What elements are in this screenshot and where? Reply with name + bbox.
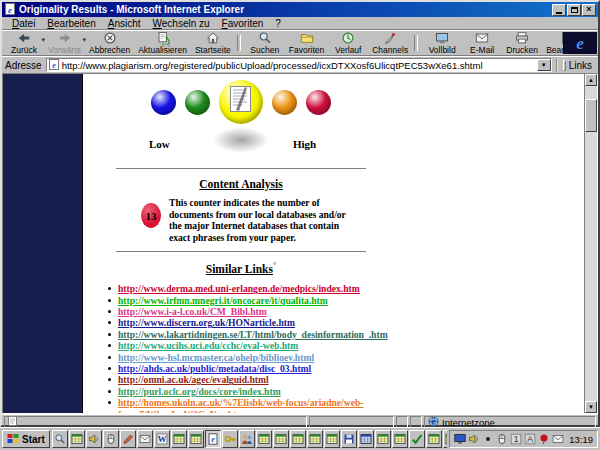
scrollbar-track[interactable]: [585, 86, 597, 401]
taskbar-buttons: W e: [52, 430, 447, 448]
content-analysis-block: 13 This counter indicates the number of …: [141, 197, 387, 243]
restore-button[interactable]: [567, 4, 581, 16]
links-band[interactable]: Links: [556, 58, 595, 72]
grid-icon: [190, 433, 202, 445]
taskbar-button[interactable]: [103, 430, 119, 448]
list-item: http://www.lakartidningen.se/LT/html/bod…: [108, 329, 387, 340]
a-icon[interactable]: A: [524, 433, 536, 445]
channels-icon: [383, 31, 397, 45]
menu-item[interactable]: Datei: [6, 18, 41, 29]
list-item: http://purl.oclc.org/docs/core/index.htm: [108, 386, 387, 397]
grid-icon: [275, 433, 287, 445]
toolbar-button[interactable]: Vorwärts: [44, 32, 85, 54]
taskbar-button[interactable]: [222, 430, 238, 448]
scroll-down-button[interactable]: ▼: [585, 401, 597, 413]
taskbar-button[interactable]: [86, 430, 102, 448]
taskbar-button[interactable]: [443, 430, 447, 448]
toolbar-button[interactable]: Favoriten: [285, 32, 328, 54]
similar-link[interactable]: http://www.irfmn.mnegri.it/oncocare/it/q…: [118, 295, 328, 306]
taskbar-button[interactable]: [137, 430, 153, 448]
similar-link[interactable]: http://www.ucihs.uci.edu/cchc/eval-web.h…: [118, 340, 298, 351]
menu-item[interactable]: Wechseln zu: [147, 18, 216, 29]
speaker-icon[interactable]: [468, 433, 480, 445]
title-bar[interactable]: e Originality Results - Microsoft Intern…: [2, 2, 598, 17]
menu-item[interactable]: Ansicht: [102, 18, 147, 29]
taskbar-button[interactable]: [69, 430, 85, 448]
monitor-icon[interactable]: [454, 433, 466, 445]
taskbar-button[interactable]: [375, 430, 391, 448]
one-icon[interactable]: 1: [510, 433, 522, 445]
taskbar-button[interactable]: [426, 430, 442, 448]
menu-item[interactable]: Favoriten: [216, 18, 270, 29]
system-tray: 1 A 13:19: [449, 430, 598, 448]
taskbar-button[interactable]: [307, 430, 323, 448]
taskbar-button[interactable]: [188, 430, 204, 448]
toolbar-button[interactable]: Verlauf: [328, 32, 368, 54]
similar-link[interactable]: http://ahds.ac.uk/public/metadata/disc_0…: [118, 363, 311, 374]
taskbar-button[interactable]: [52, 430, 68, 448]
address-input[interactable]: e http://www.plagiarism.org/registered/p…: [46, 58, 552, 72]
list-item: http://ahds.ac.uk/public/metadata/disc_0…: [108, 363, 387, 374]
toolbar-button[interactable]: Drucken: [502, 32, 542, 54]
similar-link[interactable]: http://www.discern.org.uk/HONarticle.htm: [118, 317, 295, 328]
taskbar-button[interactable]: [256, 430, 272, 448]
content-analysis-text: This counter indicates the number of doc…: [169, 197, 351, 243]
grid-icon: [394, 433, 406, 445]
mail-icon[interactable]: [552, 433, 564, 445]
toolbar-button[interactable]: Vollbild: [422, 32, 462, 54]
word-icon: W: [156, 433, 168, 445]
similar-link[interactable]: http://www.derma.med.uni-erlangen.de/med…: [118, 283, 360, 294]
pen-icon: [122, 433, 134, 445]
taskbar-button[interactable]: [409, 430, 425, 448]
list-item: http://www.discern.org.uk/HONarticle.htm: [108, 317, 387, 328]
taskbar-button[interactable]: [358, 430, 374, 448]
vertical-scrollbar[interactable]: ▲ ▼: [584, 74, 597, 413]
balloon-icon[interactable]: [538, 433, 550, 445]
taskbar-clock: 13:19: [569, 434, 593, 445]
footnote-marker: °: [273, 261, 276, 270]
svg-text:A: A: [527, 434, 533, 444]
address-label: Adresse: [5, 60, 42, 71]
list-item: http://www.i-a-l.co.uk/CM_Bibl.htm: [108, 306, 387, 317]
taskbar-button[interactable]: [171, 430, 187, 448]
mouse-icon[interactable]: [496, 433, 508, 445]
grid-icon: [173, 433, 185, 445]
address-dropdown-button[interactable]: ▼: [537, 59, 551, 71]
scrollbar-thumb[interactable]: [585, 99, 597, 132]
minimize-button[interactable]: [552, 4, 566, 16]
start-button[interactable]: Start: [2, 430, 50, 448]
menu-item[interactable]: Bearbeiten: [41, 18, 101, 29]
iepage-icon: e: [207, 433, 219, 445]
toolbar-button[interactable]: Startseite: [191, 32, 235, 54]
toolbar-button[interactable]: Aktualisieren: [134, 32, 191, 54]
band-grip[interactable]: [563, 60, 566, 71]
taskbar-button[interactable]: [120, 430, 136, 448]
similar-link[interactable]: http://homes.ukoln.ac.uk/%7Elisbk/web-fo…: [118, 397, 370, 413]
taskbar-button[interactable]: [324, 430, 340, 448]
dot-icon[interactable]: [482, 433, 494, 445]
search-icon: [54, 433, 66, 445]
start-label: Start: [22, 434, 45, 445]
similar-link[interactable]: http://www.i-a-l.co.uk/CM_Bibl.htm: [118, 306, 267, 317]
toolbar-button[interactable]: Zurück: [4, 32, 44, 54]
counter-badge: 13: [141, 203, 161, 228]
similar-link[interactable]: http://www-hsl.mcmaster.ca/ohelp/biblioe…: [118, 352, 314, 363]
similar-link[interactable]: http://www.lakartidningen.se/LT/html/bod…: [118, 329, 370, 340]
similar-link[interactable]: http://purl.oclc.org/docs/core/index.htm: [118, 386, 281, 397]
similar-link[interactable]: http://omni.ac.uk/agec/evalguid.html: [118, 374, 269, 385]
menu-item[interactable]: ?: [269, 18, 287, 29]
toolbar-button[interactable]: Channels: [368, 32, 412, 54]
toolbar-button[interactable]: Suchen: [245, 32, 285, 54]
toolbar-button[interactable]: E-Mail: [462, 32, 502, 54]
scroll-up-button[interactable]: ▲: [585, 74, 597, 86]
close-button[interactable]: ×: [582, 4, 596, 16]
taskbar-button[interactable]: [273, 430, 289, 448]
taskbar-button[interactable]: W: [154, 430, 170, 448]
toolbar-button[interactable]: Abbrechen: [85, 32, 134, 54]
taskbar-button[interactable]: e: [205, 430, 221, 448]
taskbar-button[interactable]: [392, 430, 408, 448]
ie-document-icon: e: [4, 3, 16, 17]
taskbar-button[interactable]: [239, 430, 255, 448]
taskbar-button[interactable]: [290, 430, 306, 448]
taskbar-button[interactable]: [341, 430, 357, 448]
